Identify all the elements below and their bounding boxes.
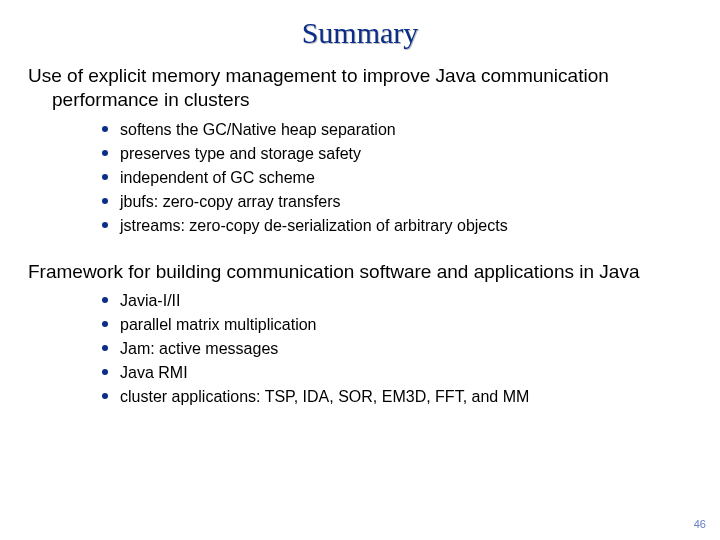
list-item: parallel matrix multiplication bbox=[102, 313, 692, 337]
bullet-list: Javia-I/II parallel matrix multiplicatio… bbox=[28, 289, 692, 409]
list-item: jstreams: zero-copy de-serialization of … bbox=[102, 214, 692, 238]
page-number: 46 bbox=[694, 518, 706, 530]
slide-body: Use of explicit memory management to imp… bbox=[0, 50, 720, 409]
section-text: Framework for building communication sof… bbox=[28, 260, 692, 284]
bullet-list: softens the GC/Native heap separation pr… bbox=[28, 118, 692, 238]
list-item: Jam: active messages bbox=[102, 337, 692, 361]
list-item: Javia-I/II bbox=[102, 289, 692, 313]
list-item: cluster applications: TSP, IDA, SOR, EM3… bbox=[102, 385, 692, 409]
list-item: jbufs: zero-copy array transfers bbox=[102, 190, 692, 214]
list-item: Java RMI bbox=[102, 361, 692, 385]
section-text: Use of explicit memory management to imp… bbox=[28, 64, 692, 112]
list-item: independent of GC scheme bbox=[102, 166, 692, 190]
list-item: preserves type and storage safety bbox=[102, 142, 692, 166]
slide: Summary Use of explicit memory managemen… bbox=[0, 0, 720, 540]
list-item: softens the GC/Native heap separation bbox=[102, 118, 692, 142]
slide-title: Summary bbox=[0, 0, 720, 50]
